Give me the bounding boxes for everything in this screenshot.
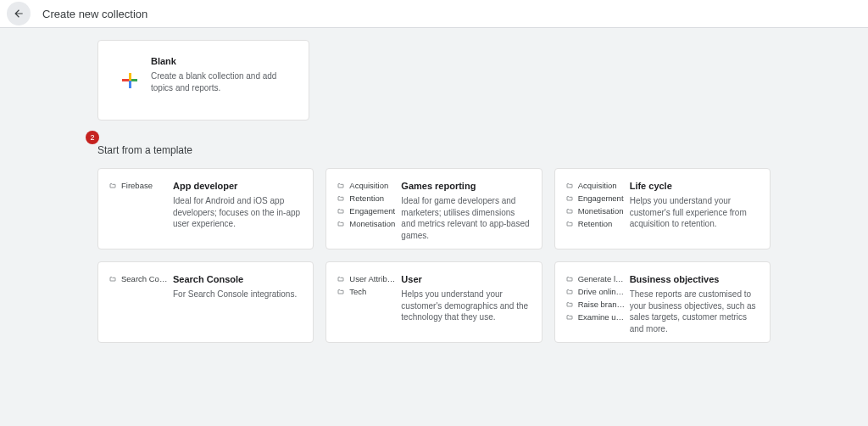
template-side-row: Tech: [337, 287, 398, 296]
step-badge: 2: [86, 131, 99, 144]
template-side-row: User Attributes: [337, 274, 398, 283]
template-side-label: Search Console: [121, 274, 170, 283]
folder-icon: [565, 195, 574, 202]
template-side-label: Examine user...: [578, 312, 626, 322]
folder-icon: [337, 182, 345, 189]
template-side: Search Console: [108, 274, 173, 330]
template-title: User: [401, 274, 531, 284]
template-title: Games reporting: [401, 181, 531, 191]
folder-icon: [565, 301, 574, 308]
template-side-label: Drive online...: [578, 287, 626, 296]
template-side-row: Acquisition: [337, 181, 398, 190]
folder-icon: [337, 276, 345, 283]
template-side-label: User Attributes: [349, 274, 398, 283]
template-side-row: Examine user...: [565, 312, 626, 322]
template-side-row: Monetisation: [337, 219, 398, 228]
arrow-left-icon: [13, 8, 25, 20]
folder-icon: [565, 276, 574, 283]
template-side: Firebase: [108, 181, 173, 237]
template-desc: Helps you understand your customer's ful…: [630, 195, 760, 230]
folder-icon: [565, 221, 574, 227]
template-side-row: Generate leads: [565, 274, 626, 283]
template-main: App developerIdeal for Android and iOS a…: [173, 181, 303, 237]
folder-icon: [337, 289, 345, 295]
template-title: Life cycle: [630, 181, 760, 191]
template-main: Business objectivesThese reports are cus…: [630, 274, 760, 330]
template-title: App developer: [173, 181, 303, 191]
folder-icon: [108, 182, 117, 189]
template-side-label: Generate leads: [578, 274, 626, 283]
folder-icon: [337, 195, 345, 202]
template-title: Business objectives: [630, 274, 760, 284]
template-card[interactable]: Search ConsoleSearch ConsoleFor Search C…: [97, 261, 314, 343]
folder-icon: [565, 208, 574, 215]
folder-icon: [337, 221, 345, 227]
template-main: UserHelps you understand your customer's…: [401, 274, 531, 330]
template-side-row: Engagement: [337, 206, 398, 216]
folder-icon: [565, 289, 574, 295]
template-side-label: Retention: [349, 193, 384, 203]
template-side-row: Raise brand...: [565, 300, 626, 309]
folder-icon: [565, 182, 574, 189]
back-button[interactable]: [7, 2, 31, 25]
template-side-label: Acquisition: [578, 181, 617, 190]
template-side: Generate leadsDrive online...Raise brand…: [565, 274, 630, 330]
template-side: User AttributesTech: [337, 274, 401, 330]
template-desc: Ideal for game developers and marketers;…: [401, 195, 531, 241]
template-card[interactable]: AcquisitionEngagementMonetisationRetenti…: [554, 168, 771, 249]
template-side-row: Drive online...: [565, 287, 626, 296]
template-main: Games reportingIdeal for game developers…: [401, 181, 531, 237]
template-main: Search ConsoleFor Search Console integra…: [173, 274, 303, 330]
template-side-row: Retention: [565, 219, 626, 228]
page-title: Create new collection: [42, 8, 147, 20]
header: Create new collection: [0, 0, 868, 28]
template-side-label: Monetisation: [578, 206, 624, 216]
template-grid: FirebaseApp developerIdeal for Android a…: [97, 168, 771, 343]
blank-card-desc: Create a blank collection and add topics…: [151, 70, 293, 93]
template-side-label: Engagement: [578, 193, 624, 203]
blank-card-text: Blank Create a blank collection and add …: [146, 56, 293, 104]
folder-icon: [565, 314, 574, 321]
blank-card-title: Blank: [151, 56, 293, 66]
template-side-label: Engagement: [349, 206, 395, 216]
template-card[interactable]: User AttributesTechUserHelps you underst…: [326, 261, 542, 343]
blank-card-icon-wrap: [114, 56, 146, 104]
folder-icon: [337, 208, 345, 215]
template-side-label: Monetisation: [349, 219, 395, 228]
plus-icon: [122, 73, 137, 88]
template-side-label: Acquisition: [349, 181, 388, 190]
template-side-row: Retention: [337, 193, 398, 203]
template-title: Search Console: [173, 274, 303, 284]
template-desc: Helps you understand your customer's dem…: [401, 289, 531, 323]
blank-collection-card[interactable]: Blank Create a blank collection and add …: [97, 40, 309, 121]
template-side-label: Tech: [349, 287, 366, 296]
template-side: AcquisitionRetentionEngagementMonetisati…: [337, 181, 401, 237]
section-title: Start from a template: [97, 134, 771, 156]
template-desc: Ideal for Android and iOS app developers…: [173, 195, 303, 230]
content-area: Blank Create a blank collection and add …: [0, 28, 868, 355]
template-main: Life cycleHelps you understand your cust…: [630, 181, 760, 237]
template-desc: These reports are customised to your bus…: [630, 289, 760, 334]
template-side-row: Engagement: [565, 193, 626, 203]
template-side-label: Firebase: [121, 181, 153, 190]
template-side-label: Raise brand...: [578, 300, 626, 309]
template-side-label: Retention: [578, 219, 613, 228]
template-side-row: Monetisation: [565, 206, 626, 216]
template-side-row: Firebase: [108, 181, 170, 190]
template-side-row: Acquisition: [565, 181, 626, 190]
template-card[interactable]: Generate leadsDrive online...Raise brand…: [554, 261, 771, 343]
template-card[interactable]: FirebaseApp developerIdeal for Android a…: [97, 168, 314, 249]
template-section-header: 2 Start from a template: [97, 134, 771, 156]
folder-icon: [108, 276, 117, 283]
template-desc: For Search Console integrations.: [173, 289, 303, 300]
template-card[interactable]: AcquisitionRetentionEngagementMonetisati…: [326, 168, 542, 249]
template-side-row: Search Console: [108, 274, 170, 283]
template-side: AcquisitionEngagementMonetisationRetenti…: [565, 181, 630, 237]
